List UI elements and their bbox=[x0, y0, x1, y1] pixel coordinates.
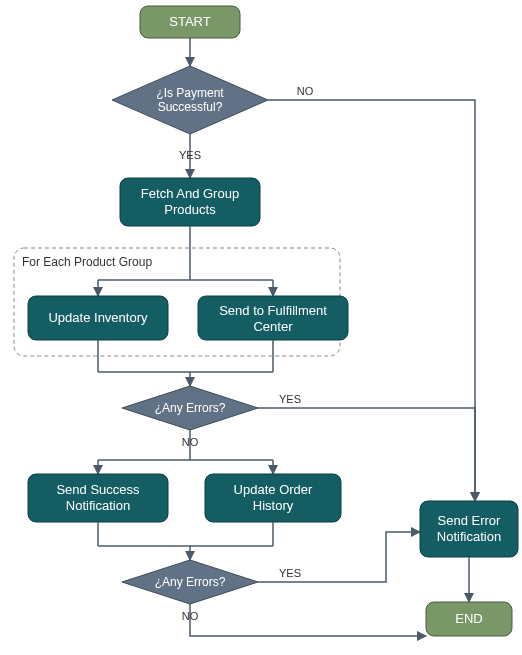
update-order-label-2: History bbox=[253, 498, 294, 513]
send-success-label-1: Send Success bbox=[56, 482, 140, 497]
update-inventory-label: Update Inventory bbox=[48, 310, 148, 325]
edge-label-no-2: NO bbox=[182, 436, 199, 448]
edge-label-yes-3: YES bbox=[279, 567, 301, 579]
end-label: END bbox=[455, 611, 482, 626]
errors2-label: ¿Any Errors? bbox=[155, 575, 226, 589]
fetch-label-1: Fetch And Group bbox=[141, 186, 239, 201]
errors1-label: ¿Any Errors? bbox=[155, 401, 226, 415]
edge-label-no-3: NO bbox=[182, 610, 199, 622]
send-error-label-1: Send Error bbox=[438, 513, 502, 528]
edge-label-no-1: NO bbox=[297, 85, 314, 97]
flowchart-diagram: START ¿Is Payment Successful? YES NO Fet… bbox=[0, 0, 522, 655]
send-fulfillment-label-1: Send to Fulfillment bbox=[219, 303, 327, 318]
update-order-label-1: Update Order bbox=[234, 482, 313, 497]
group-label: For Each Product Group bbox=[22, 255, 152, 269]
start-label: START bbox=[169, 14, 210, 29]
payment-label-2: Successful? bbox=[158, 100, 223, 114]
payment-label-1: ¿Is Payment bbox=[156, 86, 224, 100]
fetch-label-2: Products bbox=[164, 202, 216, 217]
edge-errors2-no bbox=[190, 604, 426, 636]
send-error-label-2: Notification bbox=[437, 529, 501, 544]
edge-label-yes-2: YES bbox=[279, 393, 301, 405]
edge-label-yes-1: YES bbox=[179, 149, 201, 161]
send-success-label-2: Notification bbox=[66, 498, 130, 513]
send-fulfillment-label-2: Center bbox=[253, 319, 293, 334]
